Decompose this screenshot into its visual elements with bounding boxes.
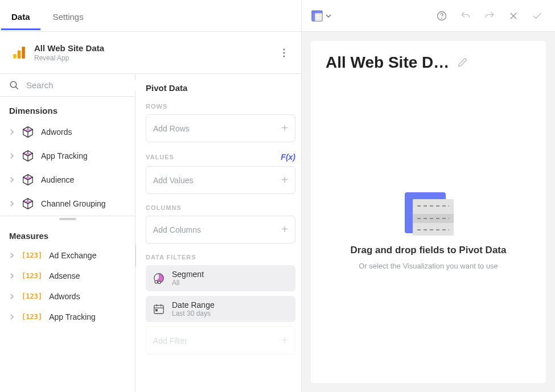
rows-placeholder: Add Rows xyxy=(153,124,190,133)
pivot-illustration-icon xyxy=(401,189,456,239)
dimensions-section: Dimensions AdwordsApp TrackingAudienceCh… xyxy=(0,97,135,216)
values-label: Values F(x) xyxy=(146,152,295,162)
fx-button[interactable]: F(x) xyxy=(281,152,295,162)
cube-icon xyxy=(22,126,34,138)
chevron-right-icon xyxy=(9,177,15,183)
redo-button[interactable] xyxy=(481,7,498,24)
field-label: Channel Grouping xyxy=(41,199,106,208)
dimension-item[interactable]: Adwords xyxy=(0,120,135,144)
visualization-selector[interactable] xyxy=(311,10,331,22)
cube-icon xyxy=(22,197,34,210)
number-icon: 123 xyxy=(22,292,42,300)
measure-item[interactable]: 123Adsense xyxy=(0,266,135,286)
chevron-right-icon xyxy=(9,153,15,159)
resize-handle[interactable] xyxy=(0,216,135,222)
columns-placeholder: Add Columns xyxy=(153,225,201,234)
number-icon: 123 xyxy=(22,313,42,321)
calendar-icon xyxy=(153,303,165,315)
pivot-title: Pivot Data xyxy=(146,83,295,93)
rows-label: Rows xyxy=(146,103,295,110)
filter-chip[interactable]: Date RangeLast 30 days xyxy=(146,296,295,322)
chevron-right-icon xyxy=(9,314,15,320)
chevron-right-icon xyxy=(9,201,15,207)
help-button[interactable] xyxy=(433,7,450,24)
values-placeholder: Add Values xyxy=(153,176,194,185)
add-filter-placeholder: Add Filter xyxy=(153,336,187,345)
search-input[interactable] xyxy=(25,80,135,90)
svg-point-3 xyxy=(283,48,285,50)
svg-rect-18 xyxy=(312,10,322,13)
svg-rect-0 xyxy=(13,54,16,59)
dimension-item[interactable]: Audience xyxy=(0,168,135,192)
svg-point-4 xyxy=(283,52,285,53)
chevron-right-icon xyxy=(9,253,15,258)
canvas-panel: All Web Site Data xyxy=(302,0,555,392)
empty-state: Drag and drop fields to Pivot Data Or se… xyxy=(326,89,531,370)
search-row xyxy=(0,74,135,97)
plus-icon: + xyxy=(281,334,288,347)
add-filter-dropzone[interactable]: Add Filter + xyxy=(146,327,295,354)
chevron-right-icon xyxy=(9,294,15,299)
svg-point-6 xyxy=(10,81,17,88)
canvas-title: All Web Site Data xyxy=(326,53,451,72)
plus-icon: + xyxy=(281,223,288,236)
columns-dropzone[interactable]: Add Columns + xyxy=(146,216,295,244)
filter-subtitle: Last 30 days xyxy=(172,310,215,317)
measure-item[interactable]: 123App Tracking xyxy=(0,307,135,327)
datasource-title: All Web Site Data xyxy=(34,43,104,53)
field-label: Adwords xyxy=(49,292,80,301)
field-label: Audience xyxy=(41,175,74,184)
plus-icon: + xyxy=(281,122,288,135)
dimensions-title: Dimensions xyxy=(0,97,135,120)
svg-point-9 xyxy=(155,280,158,283)
datasource-more-icon[interactable] xyxy=(278,44,290,62)
undo-button[interactable] xyxy=(457,7,474,24)
cube-icon xyxy=(22,150,34,162)
svg-rect-15 xyxy=(156,310,158,311)
measure-item[interactable]: 123Ad Exchange xyxy=(0,245,135,266)
field-label: Adsense xyxy=(49,271,80,280)
measures-section: Measures 123Ad Exchange123Adsense123Adwo… xyxy=(0,222,135,392)
segment-icon xyxy=(153,272,165,284)
filter-title: Segment xyxy=(172,270,204,279)
confirm-button[interactable] xyxy=(529,7,546,24)
datasource-subtitle: Reveal App xyxy=(34,54,104,62)
chevron-down-icon xyxy=(326,13,331,19)
field-label: Ad Exchange xyxy=(49,251,96,260)
canvas-toolbar xyxy=(302,0,555,32)
number-icon: 123 xyxy=(22,272,42,280)
visualization-canvas: All Web Site Data xyxy=(311,41,546,383)
svg-point-23 xyxy=(441,18,442,19)
cube-icon xyxy=(22,174,34,186)
empty-state-subtitle: Or select the Visualization you want to … xyxy=(359,262,498,270)
field-label: Adwords xyxy=(41,127,72,137)
measures-title: Measures xyxy=(0,222,135,245)
tab-settings[interactable]: Settings xyxy=(53,2,84,30)
dimension-item[interactable]: App Tracking xyxy=(0,144,135,168)
svg-rect-1 xyxy=(18,50,20,58)
analytics-icon xyxy=(11,46,26,60)
edit-title-button[interactable] xyxy=(458,57,468,68)
filters-label: Data Filters xyxy=(146,254,295,261)
builder-tabs: Data Settings xyxy=(0,0,301,32)
svg-line-7 xyxy=(15,86,18,89)
chevron-right-icon xyxy=(9,129,15,135)
fields-panel: Dimensions AdwordsApp TrackingAudienceCh… xyxy=(0,74,135,392)
close-button[interactable] xyxy=(505,7,522,24)
svg-rect-2 xyxy=(22,47,24,59)
svg-point-5 xyxy=(283,55,285,57)
datasource-header: All Web Site Data Reveal App xyxy=(0,32,301,74)
dimension-item[interactable]: Channel Grouping xyxy=(0,192,135,216)
pivot-panel: Pivot Data Rows Add Rows + Values F(x) A… xyxy=(135,74,301,392)
filter-chip[interactable]: SegmentAll xyxy=(146,265,295,291)
tab-data[interactable]: Data xyxy=(11,2,30,30)
number-icon: 123 xyxy=(22,251,42,259)
values-dropzone[interactable]: Add Values + xyxy=(146,166,295,194)
filter-title: Date Range xyxy=(172,300,215,310)
measure-item[interactable]: 123Adwords xyxy=(0,286,135,307)
empty-state-title: Drag and drop fields to Pivot Data xyxy=(351,245,507,256)
filter-subtitle: All xyxy=(172,279,204,287)
chevron-right-icon xyxy=(9,273,15,279)
plus-icon: + xyxy=(281,174,288,187)
rows-dropzone[interactable]: Add Rows + xyxy=(146,114,295,142)
